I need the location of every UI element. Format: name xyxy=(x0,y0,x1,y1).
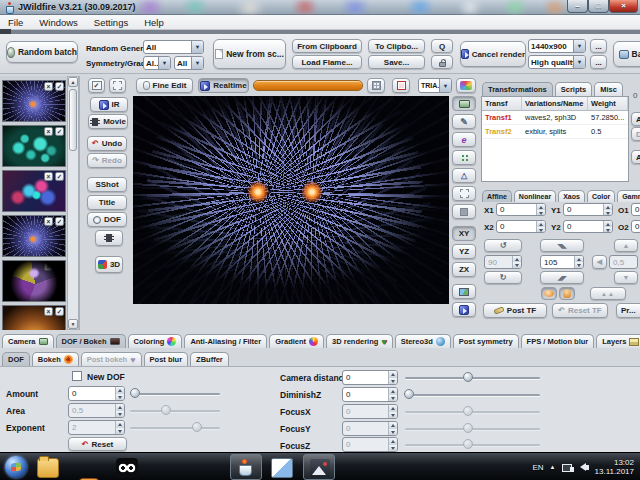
clock[interactable]: 13:02 13.11.2017 xyxy=(595,458,634,477)
realtime-toggle-button[interactable]: Realtime xyxy=(198,78,249,93)
fine-edit-button[interactable]: Fine Edit xyxy=(136,78,193,93)
rotate-angle-field[interactable]: 90 xyxy=(484,255,522,269)
scrollbar-thumb[interactable] xyxy=(69,89,77,151)
x2-field[interactable]: 0 xyxy=(496,220,546,233)
select-thumbnail-icon[interactable]: ✓ xyxy=(55,307,64,316)
gradient-select[interactable]: All ▼ xyxy=(174,56,204,70)
camera-distance-field[interactable]: 0 xyxy=(342,370,398,385)
tab-coloring[interactable]: Coloring xyxy=(128,334,183,348)
thumbnail-scrollbar[interactable]: ▲ ▼ xyxy=(67,76,79,330)
add-final-transform-button[interactable]: A... xyxy=(631,150,640,164)
o1-field[interactable]: 0 xyxy=(631,203,640,216)
table-row[interactable]: Transf1 waves2, sph3D 57.2850... xyxy=(482,111,628,125)
minimize-button[interactable]: – xyxy=(567,0,588,13)
diminishz-slider[interactable] xyxy=(405,388,540,401)
edit-post-toggle[interactable] xyxy=(559,287,575,300)
tab-zbuffer[interactable]: ZBuffer xyxy=(190,352,229,366)
selection-box-button[interactable] xyxy=(452,186,476,201)
tab-transformations[interactable]: Transformations xyxy=(482,82,553,96)
select-thumbnail-icon[interactable]: ✓ xyxy=(55,172,64,181)
tab-post-symmetry[interactable]: Post symmetry xyxy=(453,334,519,348)
y2-field[interactable]: 0 xyxy=(563,220,613,233)
focusy-slider[interactable] xyxy=(405,422,540,435)
tab-gradient[interactable]: Gradient xyxy=(269,334,324,348)
maximize-button[interactable]: □ xyxy=(588,0,609,13)
tab-fps-motion-blur[interactable]: FPS / Motion blur xyxy=(521,334,595,348)
remove-thumbnail-icon[interactable]: × xyxy=(44,217,53,226)
network-icon[interactable] xyxy=(562,462,574,472)
enlarge-button[interactable]: ◥◣ xyxy=(540,239,584,252)
language-indicator[interactable]: EN xyxy=(532,463,543,472)
cancel-render-button[interactable]: Cancel render xyxy=(460,41,526,67)
thumbnail-pink-nebula[interactable]: × ✓ xyxy=(2,170,66,212)
jwildfire-taskbar-button[interactable] xyxy=(230,454,262,480)
tab-dof-bokeh[interactable]: DOF / Bokeh xyxy=(56,334,126,348)
exponent-slider[interactable] xyxy=(130,421,220,434)
camera-distance-slider[interactable] xyxy=(405,371,540,384)
menu-settings[interactable]: Settings xyxy=(86,17,136,28)
focusx-field[interactable]: 0 xyxy=(342,404,398,419)
scale-percent-field[interactable]: 105 xyxy=(540,255,584,269)
remove-thumbnail-icon[interactable]: × xyxy=(44,307,53,316)
rotate-right-button[interactable]: ↻ xyxy=(484,271,522,284)
preview-clipped-button[interactable]: Pr... xyxy=(616,303,640,318)
tab-scripts[interactable]: Scripts xyxy=(555,82,592,96)
tab-color[interactable]: Color xyxy=(587,190,615,202)
menu-file[interactable]: File xyxy=(0,17,31,28)
interactive-renderer-button[interactable]: IR xyxy=(90,97,128,112)
resolution-more-button[interactable]: ... xyxy=(590,39,607,53)
add-transform-button[interactable]: A... xyxy=(631,112,640,126)
thumbnail-blue-flame[interactable]: × ✓ xyxy=(2,80,66,122)
snapshot-button[interactable]: SShot xyxy=(87,177,127,192)
amount-field[interactable]: 0 xyxy=(68,386,125,401)
tab-nonlinear[interactable]: Nonlinear xyxy=(514,190,556,202)
tab-antialiasing-filter[interactable]: Anti-Aliasing / Filter xyxy=(184,334,267,348)
transformations-table[interactable]: Transf Variations/Name Weight Transf1 wa… xyxy=(481,96,629,182)
eyes-app-taskbar-icon[interactable] xyxy=(116,458,138,478)
tab-post-blur[interactable]: Post blur xyxy=(144,352,189,366)
edit-camera-button[interactable] xyxy=(452,96,476,111)
quality-select[interactable]: High quality ▼ xyxy=(528,55,586,69)
tab-3d-rendering[interactable]: 3D rendering♥ xyxy=(326,334,393,348)
reset-tf-button[interactable]: ↶Reset TF xyxy=(552,303,608,318)
area-slider[interactable] xyxy=(130,404,220,417)
mirror-button[interactable]: ▲▲ xyxy=(590,287,626,300)
tab-camera[interactable]: Camera xyxy=(2,334,54,348)
triangle-nodes-button[interactable]: △ xyxy=(452,168,476,183)
title-button[interactable]: Title xyxy=(87,195,127,210)
resolution-select[interactable]: 1440x900 ▼ xyxy=(528,39,586,53)
toggle-transparency-button[interactable] xyxy=(109,78,126,93)
thumbnail-orange-ember[interactable]: × ✓ xyxy=(2,305,66,330)
thumbnail-blue-flame-2[interactable]: × ✓ xyxy=(2,215,66,257)
edit-gradient-points-button[interactable] xyxy=(452,150,476,165)
table-row[interactable]: Transf2 exblur, splits 0.5 xyxy=(482,125,628,139)
edit-variation-button[interactable]: e xyxy=(452,132,476,147)
move-step-field[interactable]: 0,5 xyxy=(609,255,638,269)
thumbnail-purple-crystal[interactable]: × ✓ xyxy=(2,260,66,302)
movie-button[interactable]: Movie xyxy=(88,114,128,129)
move-up-button[interactable]: ▲ xyxy=(614,239,638,252)
close-button[interactable]: × xyxy=(609,0,638,13)
load-flame-button[interactable]: Load Flame... xyxy=(292,55,362,69)
to-clipboard-button[interactable]: To Clipbo... xyxy=(368,39,425,53)
select-thumbnail-icon[interactable]: ✓ xyxy=(55,217,64,226)
select-thumbnail-icon[interactable]: ✓ xyxy=(55,127,64,136)
focusx-slider[interactable] xyxy=(405,405,540,418)
o2-field[interactable]: 0 xyxy=(631,220,640,233)
view-zx-button[interactable]: ZX xyxy=(452,262,476,277)
flame-to-movie-button[interactable] xyxy=(95,230,123,246)
edit-triangle-button[interactable]: ✎ xyxy=(452,114,476,129)
undo-button[interactable]: ↶Undo xyxy=(87,136,127,151)
edit-affine-toggle[interactable] xyxy=(541,287,557,300)
volume-icon[interactable] xyxy=(580,463,589,471)
y1-field[interactable]: 0 xyxy=(563,203,613,216)
thumbnail-teal-bubbles[interactable]: × ✓ xyxy=(2,125,66,167)
new-dof-checkbox[interactable] xyxy=(72,371,82,381)
focusy-field[interactable]: 0 xyxy=(342,421,398,436)
3d-button[interactable]: 3D xyxy=(95,256,123,273)
triangle-style-select[interactable]: TRIA... ▼ xyxy=(418,78,452,93)
tab-dof[interactable]: DOF xyxy=(2,352,30,366)
move-left-button[interactable]: ◀ xyxy=(592,255,607,269)
view-xy-button[interactable]: XY xyxy=(452,226,476,241)
tab-post-bokeh[interactable]: Post bokeh♥ xyxy=(81,352,142,366)
